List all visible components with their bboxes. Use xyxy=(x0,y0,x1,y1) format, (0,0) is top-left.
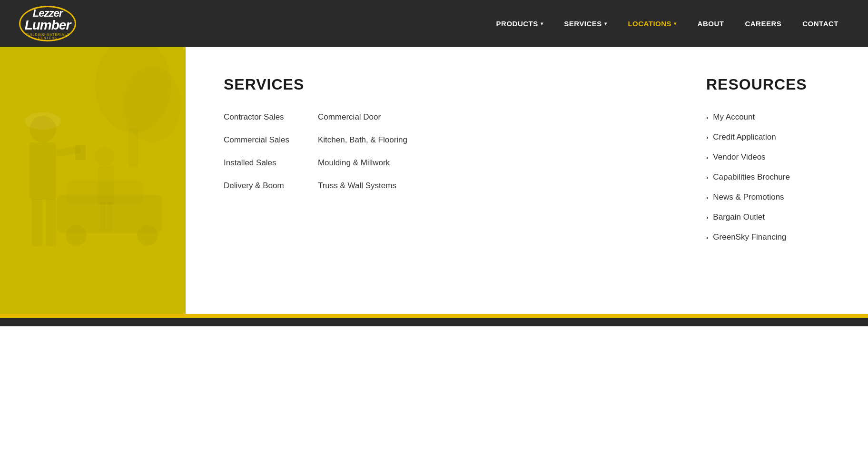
service-commercial-door[interactable]: Commercial Door xyxy=(318,112,407,122)
resource-greensky-financing[interactable]: › GreenSky Financing xyxy=(706,232,839,242)
resource-my-account[interactable]: › My Account xyxy=(706,112,839,122)
services-title: SERVICES xyxy=(224,76,668,93)
nav-services[interactable]: SERVICES ▾ xyxy=(553,0,617,47)
main-nav: PRODUCTS ▾ SERVICES ▾ LOCATIONS ▾ ABOUT … xyxy=(486,0,849,47)
resource-vendor-videos[interactable]: › Vendor Videos xyxy=(706,152,839,162)
service-contractor-sales[interactable]: Contractor Sales xyxy=(224,112,289,122)
service-truss[interactable]: Truss & Wall Systems xyxy=(318,181,407,191)
chevron-right-icon: › xyxy=(706,134,708,141)
main-content: SERVICES Contractor Sales Commercial Sal… xyxy=(0,47,868,314)
header: Lezzer Lumber Building Materials Centers… xyxy=(0,0,868,47)
resource-bargain-outlet[interactable]: › Bargain Outlet xyxy=(706,212,839,222)
services-section: SERVICES Contractor Sales Commercial Sal… xyxy=(224,76,668,285)
image-color-overlay xyxy=(0,47,186,314)
service-commercial-sales[interactable]: Commercial Sales xyxy=(224,135,289,145)
logo-oval: Lezzer Lumber Building Materials Centers xyxy=(19,6,76,41)
footer-bar xyxy=(0,318,868,326)
nav-products[interactable]: PRODUCTS ▾ xyxy=(486,0,554,47)
service-delivery-boom[interactable]: Delivery & Boom xyxy=(224,181,289,191)
logo-sub: Building Materials Centers xyxy=(20,33,75,40)
nav-contact[interactable]: CONTACT xyxy=(792,0,849,47)
resource-news-promotions[interactable]: › News & Promotions xyxy=(706,192,839,202)
resource-credit-application[interactable]: › Credit Application xyxy=(706,132,839,142)
chevron-down-icon: ▾ xyxy=(541,21,543,26)
service-moulding[interactable]: Moulding & Millwork xyxy=(318,158,407,168)
chevron-down-icon: ▾ xyxy=(674,21,677,26)
chevron-right-icon: › xyxy=(706,234,708,241)
nav-careers[interactable]: CAREERS xyxy=(734,0,792,47)
nav-about[interactable]: ABOUT xyxy=(687,0,735,47)
chevron-right-icon: › xyxy=(706,154,708,161)
resources-section: RESOURCES › My Account › Credit Applicat… xyxy=(706,76,839,285)
services-col-2: Commercial Door Kitchen, Bath, & Floorin… xyxy=(318,112,407,191)
logo[interactable]: Lezzer Lumber Building Materials Centers xyxy=(19,6,76,41)
service-kitchen-bath[interactable]: Kitchen, Bath, & Flooring xyxy=(318,135,407,145)
resources-title: RESOURCES xyxy=(706,76,839,93)
yellow-accent-bar xyxy=(0,314,868,318)
chevron-right-icon: › xyxy=(706,114,708,121)
logo-lumber: Lumber xyxy=(25,19,71,32)
chevron-right-icon: › xyxy=(706,174,708,181)
resources-list: › My Account › Credit Application › Vend… xyxy=(706,112,839,242)
content-panel: SERVICES Contractor Sales Commercial Sal… xyxy=(186,47,868,314)
services-col-1: Contractor Sales Commercial Sales Instal… xyxy=(224,112,289,191)
chevron-down-icon: ▾ xyxy=(604,21,607,26)
services-grid: Contractor Sales Commercial Sales Instal… xyxy=(224,112,668,191)
hero-image-panel xyxy=(0,47,186,314)
chevron-right-icon: › xyxy=(706,194,708,201)
nav-locations[interactable]: LOCATIONS ▾ xyxy=(617,0,687,47)
resource-capabilities-brochure[interactable]: › Capabilities Brochure xyxy=(706,172,839,182)
logo-lezzer: Lezzer xyxy=(33,8,62,19)
chevron-right-icon: › xyxy=(706,214,708,221)
service-installed-sales[interactable]: Installed Sales xyxy=(224,158,289,168)
